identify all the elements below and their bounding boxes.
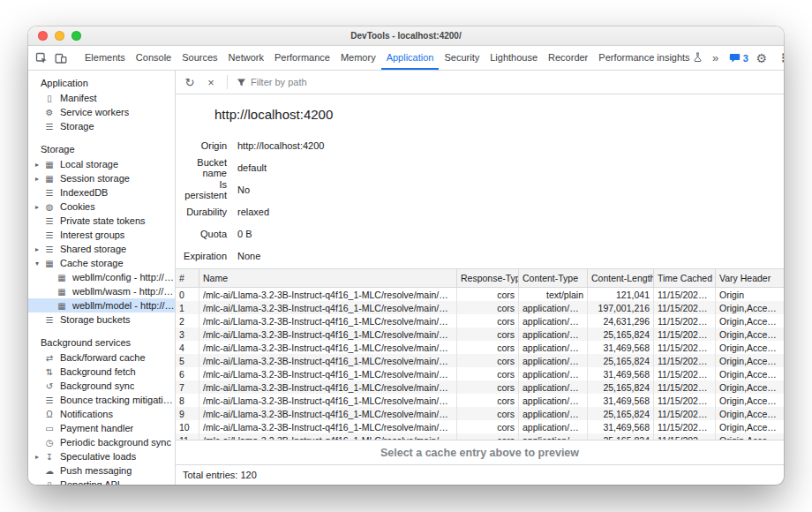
refresh-icon[interactable]: ↻ bbox=[181, 76, 199, 89]
sidebar-item[interactable]: ☰ IndexedDB bbox=[28, 185, 175, 200]
panel-tab[interactable]: Lighthouse bbox=[485, 46, 543, 70]
delete-selected-icon[interactable]: × bbox=[202, 76, 220, 89]
cache-entry-row[interactable]: 0 /mlc-ai/Llama-3.2-3B-Instruct-q4f16_1-… bbox=[176, 288, 784, 301]
cell-response-type: cors bbox=[497, 356, 515, 366]
panel-tab[interactable]: Console bbox=[131, 46, 177, 70]
panel-tab[interactable]: Sources bbox=[177, 46, 222, 70]
sidebar-item[interactable]: ▸ ☰ Shared storage bbox=[28, 242, 175, 256]
expand-arrow-icon[interactable]: ▸ bbox=[32, 245, 42, 253]
sidebar-item[interactable]: ☰ Interest groups bbox=[28, 228, 175, 242]
sidebar-item[interactable]: ▸ ▦ Session storage bbox=[28, 171, 175, 185]
sidebar-item[interactable]: ▯ Manifest bbox=[28, 91, 175, 105]
settings-gear-icon[interactable]: ⚙ bbox=[753, 49, 771, 67]
sidebar-item[interactable]: ⇄ Back/forward cache bbox=[28, 350, 175, 365]
sidebar-item[interactable]: ▦ webllm/config - http://loc... bbox=[28, 270, 175, 284]
tab-strip: Elements Console Sources Network bbox=[28, 46, 784, 71]
sidebar-item[interactable]: ▦ webllm/model - http://loc... bbox=[28, 298, 175, 312]
cache-entry-row[interactable]: 1 /mlc-ai/Llama-3.2-3B-Instruct-q4f16_1-… bbox=[176, 301, 784, 314]
column-header-content-length[interactable]: Content-Length bbox=[587, 269, 653, 287]
sidebar-item[interactable]: Ω Notifications bbox=[28, 407, 175, 421]
sidebar-item-label: Reporting API bbox=[60, 479, 120, 485]
column-header-content-type[interactable]: Content-Type bbox=[518, 269, 587, 287]
cache-entry-row[interactable]: 6 /mlc-ai/Llama-3.2-3B-Instruct-q4f16_1-… bbox=[176, 367, 784, 380]
cache-entry-row[interactable]: 11 /mlc-ai/Llama-3.2-3B-Instruct-q4f16_1… bbox=[176, 433, 784, 440]
cell-content-length: 31,469,568 bbox=[603, 395, 650, 406]
cell-time-cached: 11/15/2024, 10... bbox=[658, 395, 711, 406]
sidebar-item[interactable]: ▦ webllm/wasm - http://loca... bbox=[28, 284, 175, 298]
sidebar-item[interactable]: ▸ ▦ Local storage bbox=[28, 157, 175, 171]
column-header-vary-header[interactable]: Vary Header bbox=[715, 269, 784, 287]
cache-entry-row[interactable]: 3 /mlc-ai/Llama-3.2-3B-Instruct-q4f16_1-… bbox=[176, 328, 784, 341]
sidebar-item[interactable]: ☰ Storage buckets bbox=[28, 312, 175, 327]
cache-entry-row[interactable]: 9 /mlc-ai/Llama-3.2-3B-Instruct-q4f16_1-… bbox=[176, 407, 784, 420]
tab-label: Performance insights bbox=[598, 52, 689, 63]
panel-tab[interactable]: Application bbox=[381, 46, 440, 70]
column-header-response-type[interactable]: Response-Type bbox=[456, 269, 518, 287]
sidebar-item[interactable]: ▸ ◍ Cookies bbox=[28, 200, 175, 214]
filter-input[interactable] bbox=[251, 77, 374, 87]
more-options-icon[interactable]: ⋮ bbox=[775, 49, 784, 67]
sidebar-item[interactable]: ▸ ↧ Speculative loads bbox=[28, 449, 175, 463]
sidebar-item[interactable]: ☰ Bounce tracking mitigations bbox=[28, 393, 175, 407]
sidebar-item[interactable]: ⚙ Service workers bbox=[28, 105, 175, 119]
panel-tab[interactable]: Performance bbox=[269, 46, 335, 70]
cell-name: /mlc-ai/Llama-3.2-3B-Instruct-q4f16_1-ML… bbox=[203, 303, 453, 313]
cache-entry-row[interactable]: 2 /mlc-ai/Llama-3.2-3B-Instruct-q4f16_1-… bbox=[176, 314, 784, 328]
sidebar-item[interactable]: ⇅ Background fetch bbox=[28, 365, 175, 379]
metadata-row: Bucket name default bbox=[176, 156, 784, 178]
sidebar-item[interactable]: ☰ Private state tokens bbox=[28, 214, 175, 228]
console-messages-button[interactable]: 3 bbox=[729, 53, 748, 64]
panel-tab[interactable]: Recorder bbox=[543, 46, 593, 70]
column-header-time-cached[interactable]: Time Cached bbox=[653, 269, 715, 287]
cell-response-type: cors bbox=[497, 290, 515, 300]
cache-entry-row[interactable]: 4 /mlc-ai/Llama-3.2-3B-Instruct-q4f16_1-… bbox=[176, 341, 784, 354]
cache-entry-row[interactable]: 10 /mlc-ai/Llama-3.2-3B-Instruct-q4f16_1… bbox=[176, 420, 784, 433]
tab-label: Recorder bbox=[548, 52, 588, 63]
panel-tab[interactable]: Memory bbox=[335, 46, 381, 70]
metadata-label: Quota bbox=[176, 229, 227, 239]
manifest-icon: ▯ bbox=[42, 94, 56, 103]
cell-vary-header: Origin,Access... bbox=[719, 316, 780, 327]
cache-entry-row[interactable]: 8 /mlc-ai/Llama-3.2-3B-Instruct-q4f16_1-… bbox=[176, 394, 784, 407]
sidebar-item[interactable]: ☰ Storage bbox=[28, 119, 175, 133]
column-header-name[interactable]: Name bbox=[199, 269, 456, 287]
table-body: 0 /mlc-ai/Llama-3.2-3B-Instruct-q4f16_1-… bbox=[176, 288, 784, 440]
sidebar-item[interactable]: ▭ Payment handler bbox=[28, 421, 175, 435]
cell-content-type: application/oc... bbox=[523, 409, 583, 419]
cell-vary-header: Origin bbox=[719, 290, 744, 300]
sidebar-item-label: webllm/config - http://loc... bbox=[72, 272, 175, 282]
device-toolbar-icon[interactable] bbox=[52, 49, 70, 67]
cell-name: /mlc-ai/Llama-3.2-3B-Instruct-q4f16_1-ML… bbox=[203, 329, 453, 340]
sidebar-section-background-services: Background services ⇄ Back/forward cache… bbox=[28, 334, 175, 485]
sidebar-item[interactable]: ◷ Periodic background sync bbox=[28, 435, 175, 449]
sidebar-item-label: Storage bbox=[60, 121, 94, 132]
cell-time-cached: 11/15/2024, 10... bbox=[658, 356, 711, 366]
panel-tab[interactable]: Network bbox=[223, 46, 269, 70]
cache-entry-row[interactable]: 5 /mlc-ai/Llama-3.2-3B-Instruct-q4f16_1-… bbox=[176, 354, 784, 367]
cell-response-type: cors bbox=[497, 422, 515, 433]
cell-name: /mlc-ai/Llama-3.2-3B-Instruct-q4f16_1-ML… bbox=[203, 409, 453, 419]
panel-tab[interactable]: Security bbox=[439, 46, 485, 70]
cell-content-type: application/oc... bbox=[523, 316, 583, 327]
expand-arrow-icon[interactable]: ▸ bbox=[32, 203, 42, 211]
expand-arrow-icon[interactable]: ▸ bbox=[32, 161, 42, 169]
sidebar-item[interactable]: ↺ Background sync bbox=[28, 379, 175, 393]
cache-entry-row[interactable]: 7 /mlc-ai/Llama-3.2-3B-Instruct-q4f16_1-… bbox=[176, 380, 784, 394]
cell-content-length: 31,469,568 bbox=[603, 343, 650, 353]
column-header-index[interactable]: # bbox=[176, 269, 199, 287]
inspect-element-icon[interactable] bbox=[33, 49, 50, 67]
expand-arrow-icon[interactable]: ▸ bbox=[32, 453, 42, 461]
sidebar-item[interactable]: ☁ Push messaging bbox=[28, 463, 175, 478]
cell-response-type: cors bbox=[497, 382, 515, 393]
expand-arrow-icon[interactable]: ▾ bbox=[32, 260, 42, 267]
sidebar-item-label: Cache storage bbox=[60, 258, 124, 268]
more-tabs-icon[interactable]: » bbox=[707, 49, 725, 67]
cell-index: 10 bbox=[179, 422, 190, 433]
sidebar-item-label: Payment handler bbox=[60, 423, 133, 433]
panel-tab[interactable]: Elements bbox=[79, 46, 131, 70]
expand-arrow-icon[interactable]: ▸ bbox=[32, 175, 42, 183]
panel-tab[interactable]: Performance insights bbox=[593, 46, 706, 70]
cell-content-type: text/plain bbox=[546, 290, 583, 300]
sidebar-item[interactable]: ▾ ▦ Cache storage bbox=[28, 256, 175, 270]
sidebar-item[interactable]: ▯ Reporting API bbox=[28, 478, 175, 485]
